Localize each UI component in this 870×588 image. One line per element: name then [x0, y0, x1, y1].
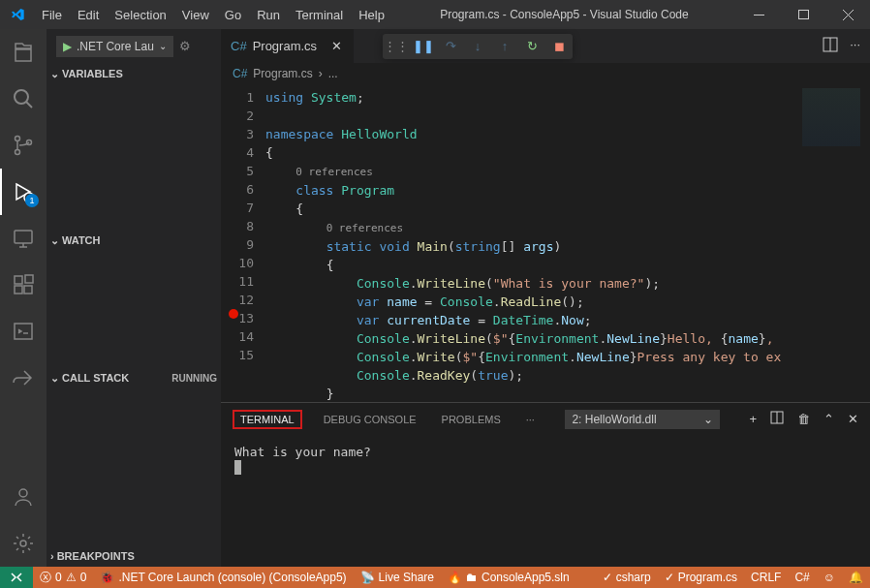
svg-point-4: [16, 150, 20, 155]
gear-icon[interactable]: ⚙: [179, 39, 191, 53]
liveshare-status[interactable]: 📡Live Share: [354, 567, 441, 588]
variables-section[interactable]: ⌄VARIABLES: [47, 63, 221, 84]
folder-icon: 🖿: [466, 571, 478, 584]
pause-icon[interactable]: ❚❚: [410, 34, 437, 59]
minimap[interactable]: [792, 84, 870, 402]
maximize-panel-icon[interactable]: ⌃: [823, 412, 834, 426]
minimize-button[interactable]: [736, 0, 781, 29]
breadcrumb[interactable]: C# Program.cs › ...: [221, 63, 870, 84]
tab-terminal[interactable]: TERMINAL: [233, 410, 302, 429]
problems-status[interactable]: ⓧ0⚠0: [33, 567, 93, 588]
debug-badge: 1: [25, 194, 39, 207]
step-out-icon[interactable]: ↑: [491, 34, 518, 59]
terminal-panel-icon[interactable]: [0, 308, 47, 355]
source-control-icon[interactable]: [0, 122, 47, 169]
terminal-output[interactable]: What is your name?: [221, 435, 870, 567]
eol-status[interactable]: CRLF: [744, 567, 788, 588]
menu-edit[interactable]: Edit: [70, 0, 107, 29]
vscode-logo: [0, 7, 34, 22]
split-terminal-icon[interactable]: [770, 411, 784, 427]
run-debug-icon[interactable]: 1: [0, 169, 47, 215]
svg-rect-10: [24, 286, 32, 294]
search-icon[interactable]: [0, 76, 47, 122]
window-title: Program.cs - ConsoleApp5 - Visual Studio…: [392, 8, 736, 21]
callstack-state: RUNNING: [171, 373, 217, 384]
menubar: File Edit Selection View Go Run Terminal…: [34, 0, 392, 29]
line-gutter[interactable]: 1 2 3 4 5 6 7 8 9 10 11 12 13 14 15: [221, 84, 265, 402]
chevron-down-icon: ⌄: [50, 234, 59, 247]
tab-debug-console[interactable]: DEBUG CONSOLE: [320, 411, 420, 428]
share-icon[interactable]: [0, 355, 47, 401]
watch-section[interactable]: ⌄WATCH: [47, 230, 221, 251]
settings-icon[interactable]: [0, 520, 47, 567]
svg-point-2: [15, 90, 28, 104]
step-over-icon[interactable]: ↷: [437, 34, 464, 59]
menu-help[interactable]: Help: [351, 0, 392, 29]
new-terminal-icon[interactable]: +: [749, 412, 757, 426]
svg-point-14: [20, 541, 26, 546]
flame-icon: 🔥: [448, 571, 462, 584]
language-mode[interactable]: C#: [788, 567, 816, 588]
svg-rect-0: [754, 15, 764, 15]
remote-explorer-icon[interactable]: [0, 215, 47, 262]
split-editor-icon[interactable]: [823, 37, 838, 55]
feedback-icon[interactable]: ☺: [817, 567, 842, 588]
statusbar: ⓧ0⚠0 🐞.NET Core Launch (console) (Consol…: [0, 567, 870, 588]
menu-view[interactable]: View: [174, 0, 217, 29]
accounts-icon[interactable]: [0, 474, 47, 520]
breakpoint-icon[interactable]: [229, 309, 238, 319]
tab-problems[interactable]: PROBLEMS: [438, 411, 505, 428]
chevron-right-icon: ›: [50, 550, 54, 562]
svg-point-3: [16, 137, 20, 141]
step-into-icon[interactable]: ↓: [464, 34, 491, 59]
svg-rect-11: [25, 275, 33, 283]
more-tabs-icon[interactable]: ···: [522, 411, 539, 428]
stop-icon[interactable]: ◼: [545, 34, 573, 59]
bottom-panel: TERMINAL DEBUG CONSOLE PROBLEMS ··· 2: H…: [221, 402, 870, 567]
menu-run[interactable]: Run: [249, 0, 288, 29]
error-icon: ⓧ: [40, 570, 51, 586]
svg-point-13: [19, 489, 27, 497]
menu-selection[interactable]: Selection: [107, 0, 173, 29]
close-button[interactable]: [825, 0, 870, 29]
menu-terminal[interactable]: Terminal: [288, 0, 351, 29]
callstack-section[interactable]: ⌄CALL STACKRUNNING: [47, 367, 221, 388]
close-panel-icon[interactable]: ✕: [848, 412, 858, 426]
svg-rect-1: [798, 11, 808, 19]
chevron-down-icon: ⌄: [50, 68, 59, 80]
menu-go[interactable]: Go: [217, 0, 249, 29]
kill-terminal-icon[interactable]: 🗑: [797, 412, 810, 426]
more-actions-icon[interactable]: ···: [850, 37, 860, 55]
code-editor[interactable]: 1 2 3 4 5 6 7 8 9 10 11 12 13 14 15 usin…: [221, 84, 870, 402]
activitybar: 1: [0, 29, 47, 567]
restart-icon[interactable]: ↻: [518, 34, 545, 59]
file-status[interactable]: ✓Program.cs: [658, 567, 744, 588]
sidebar: ▶ .NET Core Lau ⌄ ⚙ ⌄VARIABLES ⌄WATCH ⌄C…: [47, 29, 221, 567]
svg-rect-9: [15, 286, 22, 294]
explorer-icon[interactable]: [0, 29, 47, 76]
titlebar: File Edit Selection View Go Run Terminal…: [0, 0, 870, 29]
chevron-down-icon: ⌄: [159, 41, 167, 51]
extensions-icon[interactable]: [0, 262, 47, 308]
solution-status[interactable]: 🔥🖿ConsoleApp5.sln: [441, 567, 576, 588]
check-icon: ✓: [665, 571, 674, 584]
tab-program-cs[interactable]: C# Program.cs ✕: [221, 29, 354, 63]
maximize-button[interactable]: [781, 0, 825, 29]
terminal-selector[interactable]: 2: HelloWorld.dll⌄: [565, 410, 720, 429]
close-tab-icon[interactable]: ✕: [328, 39, 344, 54]
chevron-down-icon: ⌄: [50, 372, 59, 385]
svg-rect-12: [15, 324, 32, 339]
drag-handle-icon[interactable]: ⋮⋮: [383, 34, 410, 59]
remote-icon[interactable]: [0, 567, 33, 588]
notifications-icon[interactable]: 🔔: [842, 567, 870, 588]
terminal-cursor: [234, 460, 241, 475]
language-server-status[interactable]: ✓csharp: [596, 567, 658, 588]
menu-file[interactable]: File: [34, 0, 70, 29]
run-config-selector[interactable]: ▶ .NET Core Lau ⌄: [56, 36, 173, 57]
csharp-file-icon: C#: [233, 67, 247, 80]
code-content[interactable]: using System; namespace HelloWorld { 0 r…: [265, 84, 870, 402]
debug-launch-status[interactable]: 🐞.NET Core Launch (console) (ConsoleApp5…: [93, 567, 353, 588]
play-icon: ▶: [63, 40, 72, 53]
breakpoints-section[interactable]: ›BREAKPOINTS: [47, 545, 221, 567]
check-icon: ✓: [603, 571, 612, 584]
